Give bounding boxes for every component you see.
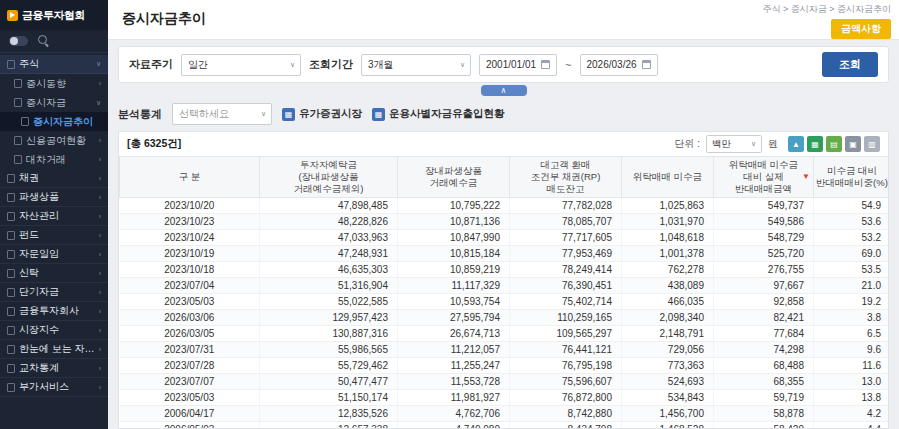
search-icon[interactable]	[38, 35, 50, 47]
document-icon	[7, 269, 15, 278]
logo-text: 금융투자협회	[22, 8, 85, 23]
data-cycle-select[interactable]: 일간	[181, 54, 301, 76]
table-row[interactable]: 2023/10/2447,033,96310,847,99077,717,605…	[120, 229, 889, 245]
main-area: 증시자금추이 주식 > 증시자금 > 증시자금추이 금액사항 자료주기 일간 조…	[108, 0, 899, 429]
period-label: 조회기간	[309, 57, 353, 72]
link-kospi-market[interactable]: ▦ 유가증권시장	[282, 107, 362, 121]
value-cell: 10,795,222	[398, 197, 510, 213]
excel-icon[interactable]: ▦	[807, 136, 823, 152]
value-cell: 1,456,700	[622, 405, 714, 421]
column-header[interactable]: 미수금 대비 반대매매비중(%)	[814, 157, 889, 198]
logo[interactable]: 금융투자협회	[0, 0, 108, 30]
sidebar-item[interactable]: 자문일임›	[0, 245, 108, 264]
sidebar-item[interactable]: 신용공여현황›	[0, 131, 108, 150]
print-icon[interactable]: ▣	[845, 136, 861, 152]
csv-icon[interactable]: ▤	[826, 136, 842, 152]
value-cell: 11,212,057	[398, 341, 510, 357]
value-cell: 10,815,184	[398, 245, 510, 261]
table-row[interactable]: 2006/05/0312,657,3384,740,0808,434,7981,…	[120, 421, 889, 428]
chevron-right-icon: ›	[96, 365, 101, 372]
value-cell: 92,858	[714, 293, 814, 309]
sidebar-item[interactable]: 신탁›	[0, 264, 108, 283]
date-to-input[interactable]: 2026/03/26	[580, 54, 658, 76]
column-header[interactable]: 위탁매매 미수금 대비 실제 반대매매금액▼	[714, 157, 814, 198]
value-cell: 1,001,378	[622, 245, 714, 261]
table-row[interactable]: 2023/05/0355,022,58510,593,75475,402,714…	[120, 293, 889, 309]
chevron-right-icon: ›	[96, 308, 101, 315]
table-row[interactable]: 2023/07/0451,316,90411,117,32976,390,451…	[120, 277, 889, 293]
unit-select[interactable]: 백만	[706, 135, 762, 153]
table-row[interactable]: 2026/03/05130,887,31626,674,713109,565,2…	[120, 325, 889, 341]
sidebar-nav: 주식∨증시동향›증시자금∨증시자금추이신용공여현황›대차거래›채권›파생상품›자…	[0, 53, 108, 429]
table-row[interactable]: 2026/03/06129,957,42327,595,794110,259,1…	[120, 309, 889, 325]
sidebar-item[interactable]: 한눈에 보는 자본시장…›	[0, 340, 108, 359]
column-header-label: 구 분	[179, 171, 201, 183]
sidebar-item[interactable]: 주식∨	[0, 55, 108, 74]
table-row[interactable]: 2006/04/1712,835,5264,762,7068,742,8801,…	[120, 405, 889, 421]
sidebar-item-label: 금융투자회사	[19, 304, 79, 318]
table-row[interactable]: 2023/07/3155,986,56511,212,05776,441,121…	[120, 341, 889, 357]
column-header[interactable]: 장내파생상품 거래예수금	[398, 157, 510, 198]
sidebar-item[interactable]: 대차거래›	[0, 150, 108, 169]
value-cell: 549,586	[714, 213, 814, 229]
analysis-select-value: 선택하세요	[179, 107, 229, 121]
chevron-right-icon: ›	[96, 327, 101, 334]
calendar-icon[interactable]	[642, 60, 651, 69]
sidebar-item[interactable]: 증시동향›	[0, 74, 108, 93]
sort-desc-icon[interactable]: ▼	[802, 172, 810, 182]
sidebar-item[interactable]: 펀드›	[0, 226, 108, 245]
theme-toggle[interactable]	[9, 36, 28, 46]
table-row[interactable]: 2023/07/2855,729,46211,255,24776,795,198…	[120, 357, 889, 373]
chart-icon[interactable]: ▲	[788, 136, 804, 152]
document-icon	[7, 60, 15, 69]
link-fund-flow[interactable]: ▦ 운용사별자금유출입현황	[372, 107, 505, 121]
table-scroll-area[interactable]: 구 분투자자예탁금 (장내파생상품 거래예수금제외)장내파생상품 거래예수금대고…	[119, 156, 888, 428]
search-button[interactable]: 조회	[822, 52, 878, 77]
amount-settings-button[interactable]: 금액사항	[831, 19, 891, 39]
date-from-input[interactable]: 2001/01/01	[479, 54, 557, 76]
table-row[interactable]: 2023/10/2348,228,82610,871,13678,085,707…	[120, 213, 889, 229]
value-cell: 466,035	[622, 293, 714, 309]
calendar-icon[interactable]	[541, 60, 550, 69]
sidebar-item[interactable]: 파생상품›	[0, 188, 108, 207]
chevron-right-icon: ›	[96, 175, 101, 182]
collapse-filter-button[interactable]: ∧	[481, 85, 527, 96]
sidebar-item[interactable]: 시장지수›	[0, 321, 108, 340]
sidebar-item[interactable]: 단기자금›	[0, 283, 108, 302]
sidebar-item[interactable]: 부가서비스›	[0, 378, 108, 397]
period-select[interactable]: 3개월	[361, 54, 471, 76]
date-cell: 2023/07/04	[120, 277, 260, 293]
sidebar-item[interactable]: 채권›	[0, 169, 108, 188]
value-cell: 276,755	[714, 261, 814, 277]
table-row[interactable]: 2023/05/0351,150,17411,981,92776,872,800…	[120, 389, 889, 405]
value-cell: 78,249,414	[510, 261, 622, 277]
sidebar-item[interactable]: 금융투자회사›	[0, 302, 108, 321]
sidebar-item-label: 펀드	[19, 228, 39, 242]
date-cell: 2023/10/19	[120, 245, 260, 261]
copy-icon[interactable]: ▥	[864, 136, 880, 152]
value-cell: 77,782,028	[510, 197, 622, 213]
table-row[interactable]: 2023/10/1846,635,30310,859,21978,249,414…	[120, 261, 889, 277]
value-cell: 19.2	[814, 293, 889, 309]
chevron-right-icon: ›	[96, 156, 101, 163]
table-row[interactable]: 2023/10/2047,898,48510,795,22277,782,028…	[120, 197, 889, 213]
column-header[interactable]: 투자자예탁금 (장내파생상품 거래예수금제외)	[260, 157, 398, 198]
breadcrumb[interactable]: 주식 > 증시자금 > 증시자금추이	[762, 3, 891, 16]
sidebar-item[interactable]: 교차통계›	[0, 359, 108, 378]
sidebar-item[interactable]: 증시자금추이	[0, 112, 108, 131]
value-cell: 21.0	[814, 277, 889, 293]
analysis-select[interactable]: 선택하세요	[172, 103, 272, 125]
sidebar-item[interactable]: 자산관리›	[0, 207, 108, 226]
column-header[interactable]: 대고객 환매 조건부 채권(RP) 매도잔고	[510, 157, 622, 198]
document-icon	[14, 79, 22, 88]
table-card: [총 6325건] 단위 : 백만 원 ▲▦▤▣▥ 구 분투자자예탁금 (장내	[118, 131, 889, 429]
sidebar-item[interactable]: 증시자금∨	[0, 93, 108, 112]
column-header[interactable]: 구 분	[120, 157, 260, 198]
column-header-label: 대고객 환매 조건부 채권(RP) 매도잔고	[531, 159, 601, 195]
value-cell: 129,957,423	[260, 309, 398, 325]
value-cell: 773,363	[622, 357, 714, 373]
report-icon: ▦	[372, 108, 385, 121]
column-header[interactable]: 위탁매매 미수금	[622, 157, 714, 198]
table-row[interactable]: 2023/07/0750,477,47711,553,72875,596,607…	[120, 373, 889, 389]
table-row[interactable]: 2023/10/1947,248,93110,815,18477,953,469…	[120, 245, 889, 261]
